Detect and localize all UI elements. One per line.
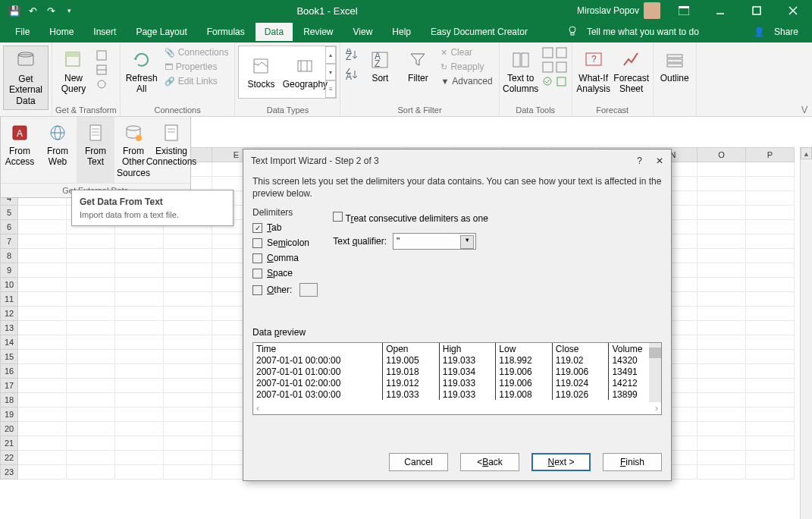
cell[interactable] (164, 307, 212, 321)
cell[interactable] (67, 249, 115, 263)
cell[interactable] (164, 278, 212, 292)
consolidate-icon[interactable] (556, 47, 567, 61)
cell[interactable] (115, 407, 164, 422)
preview-vscroll[interactable] (649, 343, 661, 402)
tab-easy-document-creator[interactable]: Easy Document Creator (422, 23, 537, 41)
cell[interactable] (746, 422, 795, 436)
cell[interactable] (18, 234, 67, 249)
row-header[interactable]: 19 (0, 407, 18, 422)
cell[interactable] (164, 436, 212, 451)
cell[interactable] (18, 407, 67, 422)
tab-page-layout[interactable]: Page Layout (127, 23, 196, 41)
remove-dup-icon[interactable] (542, 61, 553, 75)
cell[interactable] (746, 234, 795, 249)
cell[interactable] (746, 465, 795, 480)
cell[interactable] (746, 451, 795, 465)
cell[interactable] (698, 307, 746, 321)
cell[interactable] (164, 234, 212, 249)
cell[interactable] (698, 206, 746, 220)
tab-review[interactable]: Review (294, 23, 342, 41)
tab-file[interactable]: File (6, 23, 39, 41)
cell[interactable] (164, 321, 212, 335)
cell[interactable] (67, 278, 115, 292)
cell[interactable] (18, 307, 67, 321)
cell[interactable] (746, 249, 795, 263)
cell[interactable] (746, 220, 795, 234)
treat-consecutive-checkbox[interactable]: Treat consecutive delimiters as one (333, 212, 488, 224)
cell[interactable] (746, 379, 795, 393)
back-button[interactable]: < Back (460, 453, 519, 471)
tab-home[interactable]: Home (40, 23, 83, 41)
data-types-gallery[interactable]: Stocks Geography ▴▾≡ (238, 46, 337, 99)
cell[interactable] (115, 465, 164, 480)
cell[interactable] (67, 422, 115, 436)
new-query-button[interactable]: New Query (55, 46, 92, 98)
cell[interactable] (115, 436, 164, 451)
cell[interactable] (115, 321, 164, 335)
finish-button[interactable]: Finish (603, 453, 662, 471)
cell[interactable] (18, 321, 67, 335)
row-header[interactable]: 23 (0, 465, 18, 480)
connections-button[interactable]: 📎 Connections (161, 46, 232, 59)
tab-help[interactable]: Help (383, 23, 420, 41)
row-header[interactable]: 21 (0, 436, 18, 451)
cell[interactable] (746, 393, 795, 407)
cell[interactable] (18, 465, 67, 480)
sort-az-button[interactable]: AZ (345, 49, 359, 63)
delim-space-checkbox[interactable]: Space (252, 268, 318, 278)
from-web-button[interactable]: From Web (39, 117, 77, 183)
delim-other-input[interactable] (299, 283, 318, 297)
relations-icon[interactable] (556, 61, 567, 75)
cell[interactable] (67, 292, 115, 307)
cell[interactable] (164, 292, 212, 307)
cell[interactable] (115, 249, 164, 263)
cell[interactable] (698, 436, 746, 451)
row-header[interactable]: 12 (0, 307, 18, 321)
cell[interactable] (18, 249, 67, 263)
tab-view[interactable]: View (344, 23, 382, 41)
row-header[interactable]: 14 (0, 335, 18, 350)
cell[interactable] (746, 278, 795, 292)
help-icon[interactable]: ? (637, 156, 642, 166)
cell[interactable] (698, 234, 746, 249)
delim-semicolon-checkbox[interactable]: Semicolon (252, 237, 318, 248)
cell[interactable] (164, 350, 212, 364)
qat-customize-icon[interactable]: ▾ (62, 4, 76, 17)
cell[interactable] (698, 177, 746, 191)
cell[interactable] (18, 422, 67, 436)
ribbon-display-icon[interactable] (671, 0, 697, 21)
get-external-data-button[interactable]: Get External Data (3, 46, 49, 110)
cell[interactable] (746, 162, 795, 177)
cell[interactable] (746, 321, 795, 335)
cell[interactable] (67, 234, 115, 249)
cell[interactable] (115, 307, 164, 321)
recent-sources-button[interactable] (93, 77, 110, 91)
cell[interactable] (115, 335, 164, 350)
cell[interactable] (18, 278, 67, 292)
text-to-columns-button[interactable]: Text to Columns (503, 46, 539, 98)
cell[interactable] (115, 350, 164, 364)
cell[interactable] (18, 220, 67, 234)
cell[interactable] (698, 278, 746, 292)
cell[interactable] (18, 350, 67, 364)
row-header[interactable]: 18 (0, 393, 18, 407)
sort-button[interactable]: AZ Sort (362, 46, 398, 86)
cell[interactable] (746, 407, 795, 422)
row-header[interactable]: 9 (0, 263, 18, 278)
save-icon[interactable]: 💾 (8, 4, 21, 17)
cell[interactable] (18, 263, 67, 278)
cell[interactable] (115, 393, 164, 407)
cell[interactable] (115, 422, 164, 436)
row-header[interactable]: 20 (0, 422, 18, 436)
row-header[interactable]: 11 (0, 292, 18, 307)
cell[interactable] (18, 379, 67, 393)
cell[interactable] (18, 292, 67, 307)
cell[interactable] (164, 422, 212, 436)
tab-insert[interactable]: Insert (84, 23, 125, 41)
cell[interactable] (164, 335, 212, 350)
redo-icon[interactable]: ↷ (44, 4, 58, 17)
row-header[interactable]: 16 (0, 364, 18, 379)
cell[interactable] (18, 335, 67, 350)
cell[interactable] (746, 364, 795, 379)
cell[interactable] (18, 206, 67, 220)
